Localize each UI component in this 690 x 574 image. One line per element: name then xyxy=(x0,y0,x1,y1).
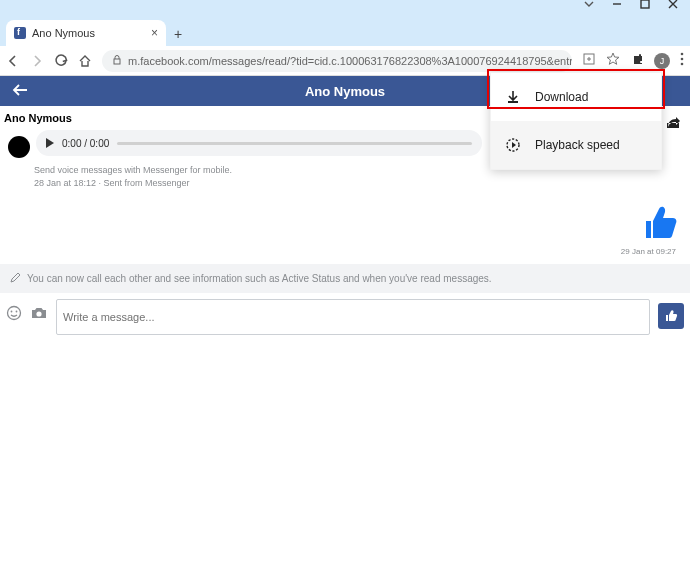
window-controls xyxy=(0,0,690,18)
participant-name: Ano Nymous xyxy=(4,112,72,124)
emoji-icon[interactable] xyxy=(6,305,22,321)
svg-point-4 xyxy=(681,52,684,55)
like-thumb-icon[interactable] xyxy=(640,203,680,247)
tab-title: Ano Nymous xyxy=(32,27,95,39)
fb-back-icon[interactable] xyxy=(12,83,28,100)
new-tab-button[interactable]: + xyxy=(166,26,190,46)
svg-rect-1 xyxy=(641,0,649,8)
camera-icon[interactable] xyxy=(30,305,48,321)
speed-icon xyxy=(505,137,521,153)
menu-item-download[interactable]: Download xyxy=(491,73,661,121)
svg-point-9 xyxy=(16,311,18,313)
home-icon[interactable] xyxy=(78,54,92,68)
back-icon[interactable] xyxy=(6,54,20,68)
svg-point-7 xyxy=(8,307,21,320)
pencil-icon xyxy=(10,272,21,285)
url-text: m.facebook.com/messages/read/?tid=cid.c.… xyxy=(128,55,572,67)
message-input[interactable] xyxy=(56,299,650,335)
audio-time: 0:00 / 0:00 xyxy=(62,138,109,149)
svg-point-6 xyxy=(681,62,684,65)
lock-icon xyxy=(112,55,122,67)
profile-avatar-icon[interactable]: J xyxy=(654,53,670,69)
menu-label: Download xyxy=(535,90,588,104)
svg-rect-2 xyxy=(114,59,120,64)
system-info-text: You can now call each other and see info… xyxy=(27,273,492,284)
system-info-banner: You can now call each other and see info… xyxy=(0,264,690,293)
url-field[interactable]: m.facebook.com/messages/read/?tid=cid.c.… xyxy=(102,50,572,72)
reload-icon[interactable] xyxy=(54,54,68,68)
tab-bar: Ano Nymous × + xyxy=(0,18,690,46)
svg-point-10 xyxy=(36,312,41,317)
share-install-icon[interactable] xyxy=(582,52,596,70)
sender-avatar[interactable] xyxy=(8,136,30,158)
send-like-button[interactable] xyxy=(658,303,684,329)
like-timestamp: 29 Jan at 09:27 xyxy=(0,247,680,256)
download-icon xyxy=(505,89,521,105)
audio-player[interactable]: 0:00 / 0:00 xyxy=(36,130,482,156)
share-icon[interactable] xyxy=(666,116,682,134)
forward-icon[interactable] xyxy=(30,54,44,68)
fb-header-title: Ano Nymous xyxy=(305,84,385,99)
addr-right-icons: J xyxy=(582,52,684,70)
chevron-down-icon[interactable] xyxy=(584,0,594,9)
facebook-favicon-icon xyxy=(14,27,26,39)
like-area: 29 Jan at 09:27 xyxy=(0,189,690,258)
meta-line-2: 28 Jan at 18:12 · Sent from Messenger xyxy=(34,177,690,190)
browser-tab[interactable]: Ano Nymous × xyxy=(6,20,166,46)
kebab-menu-icon[interactable] xyxy=(680,52,684,70)
close-icon[interactable] xyxy=(668,0,678,9)
minimize-icon[interactable] xyxy=(612,0,622,9)
maximize-icon[interactable] xyxy=(640,0,650,9)
audio-context-menu: Download Playback speed xyxy=(490,72,662,170)
menu-label: Playback speed xyxy=(535,138,620,152)
tab-close-icon[interactable]: × xyxy=(151,26,158,40)
svg-point-8 xyxy=(11,311,13,313)
menu-item-playback-speed[interactable]: Playback speed xyxy=(491,121,661,169)
extensions-icon[interactable] xyxy=(630,52,644,70)
star-icon[interactable] xyxy=(606,52,620,70)
play-icon[interactable] xyxy=(46,138,54,148)
svg-point-5 xyxy=(681,57,684,60)
audio-track[interactable] xyxy=(117,142,472,145)
composer xyxy=(0,293,690,341)
